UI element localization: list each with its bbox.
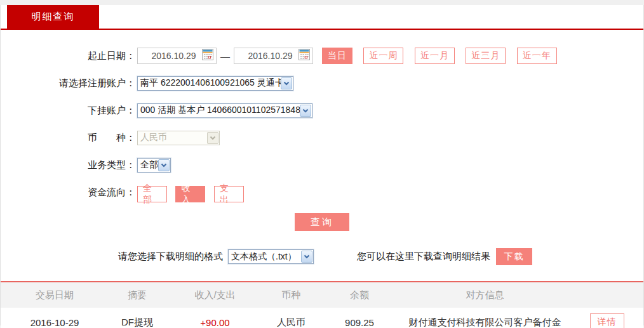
sub-account-select[interactable]: 000 活期 基本户 1406600101102571848 — [137, 103, 312, 118]
start-date-input[interactable]: 2016.10.29 — [137, 48, 217, 64]
results-table: 交易日期 摘要 收入/支出 币种 余额 对方信息 2016-10-29 DF提现… — [1, 281, 643, 328]
table-header-row: 交易日期 摘要 收入/支出 币种 余额 对方信息 — [1, 282, 643, 308]
download-hint: 您可以在这里下载查询明细结果 — [357, 251, 490, 263]
calendar-icon[interactable] — [299, 49, 310, 63]
download-format-select[interactable]: 文本格式（.txt） — [228, 249, 314, 264]
fund-flow-group: 全部 收入 支出 — [137, 182, 250, 202]
chevron-down-icon — [300, 105, 311, 117]
col-header-currency: 币种 — [264, 289, 318, 301]
cell-summary: DF提现 — [109, 317, 166, 328]
currency-label: 币 种： — [1, 132, 135, 144]
registered-account-label: 请选择注册账户： — [1, 77, 135, 89]
query-button-row: 查询 — [1, 213, 643, 231]
fund-flow-all[interactable]: 全部 — [137, 186, 167, 202]
cell-counterparty: 财付通支付科技有限公司客户备付金 — [401, 317, 569, 328]
tab-detail-query[interactable]: 明细查询 — [7, 5, 99, 29]
currency-value: 人民币 — [138, 132, 207, 143]
fund-flow-label: 资金流向： — [1, 187, 135, 199]
chevron-down-icon — [158, 159, 170, 171]
currency-select: 人民币 — [137, 131, 220, 145]
quick-range-quarter[interactable]: 近三月 — [466, 48, 506, 64]
calendar-icon[interactable] — [202, 49, 213, 63]
cell-balance: 909.25 — [318, 317, 401, 328]
query-button[interactable]: 查询 — [295, 213, 349, 231]
sub-account-label: 下挂账户： — [1, 105, 135, 117]
quick-range-month[interactable]: 近一月 — [415, 48, 455, 64]
fund-flow-expense[interactable]: 支出 — [214, 186, 244, 202]
download-row: 请您选择下载明细的格式 文本格式（.txt） 您可以在这里下载查询明细结果 下载 — [1, 248, 643, 265]
registered-account-value: 南平 6222001406100921065 灵通卡 — [138, 77, 281, 89]
start-date-value: 2016.10.29 — [145, 51, 202, 61]
col-header-summary: 摘要 — [109, 289, 166, 301]
detail-button[interactable]: 详情 — [590, 313, 624, 328]
currency-row: 币 种： 人民币 — [1, 129, 643, 146]
query-form: 起止日期： 2016.10.29 — [1, 30, 643, 265]
download-format-label: 请您选择下载明细的格式 — [118, 251, 223, 263]
chevron-down-icon — [207, 132, 218, 144]
end-date-input[interactable]: 2016.10.29 — [234, 48, 313, 64]
sub-account-value: 000 活期 基本户 1406600101102571848 — [138, 105, 300, 116]
business-type-select[interactable]: 全部 — [137, 158, 171, 173]
chevron-down-icon — [281, 77, 292, 89]
table-row: 2016-10-29 DF提现 +90.00 人民币 909.25 财付通支付科… — [1, 308, 643, 328]
registered-account-row: 请选择注册账户： 南平 6222001406100921065 灵通卡 — [1, 75, 643, 91]
cell-date: 2016-10-29 — [1, 317, 109, 328]
date-range-row: 起止日期： 2016.10.29 — [1, 48, 643, 64]
col-header-date: 交易日期 — [1, 289, 109, 301]
quick-range-year[interactable]: 近一年 — [517, 48, 557, 64]
fund-flow-income[interactable]: 收入 — [175, 186, 205, 202]
fund-flow-row: 资金流向： 全部 收入 支出 — [1, 184, 643, 200]
sub-account-row: 下挂账户： 000 活期 基本户 1406600101102571848 — [1, 102, 643, 119]
business-type-value: 全部 — [138, 159, 158, 171]
cell-amount: +90.00 — [166, 317, 264, 328]
date-range-label: 起止日期： — [1, 50, 135, 62]
tab-bar: 明细查询 — [1, 5, 643, 29]
end-date-value: 2016.10.29 — [242, 51, 299, 61]
download-format-value: 文本格式（.txt） — [229, 251, 301, 263]
col-header-amount: 收入/支出 — [166, 289, 264, 301]
col-header-balance: 余额 — [318, 289, 401, 301]
quick-range-week[interactable]: 近一周 — [363, 48, 403, 64]
business-type-row: 业务类型： 全部 — [1, 157, 643, 173]
registered-account-select[interactable]: 南平 6222001406100921065 灵通卡 — [137, 76, 293, 91]
download-button[interactable]: 下载 — [496, 248, 532, 265]
quick-range-today[interactable]: 当日 — [322, 48, 352, 64]
business-type-label: 业务类型： — [1, 159, 135, 171]
date-range-separator: — — [220, 51, 230, 62]
detail-query-panel: 明细查询 起止日期： 2016.10.29 — [0, 5, 644, 325]
col-header-counterparty: 对方信息 — [401, 289, 569, 301]
quick-range-group: 当日 近一周 近一月 近三月 近一年 — [313, 48, 557, 64]
chevron-down-icon — [301, 251, 312, 263]
cell-currency: 人民币 — [264, 317, 318, 328]
